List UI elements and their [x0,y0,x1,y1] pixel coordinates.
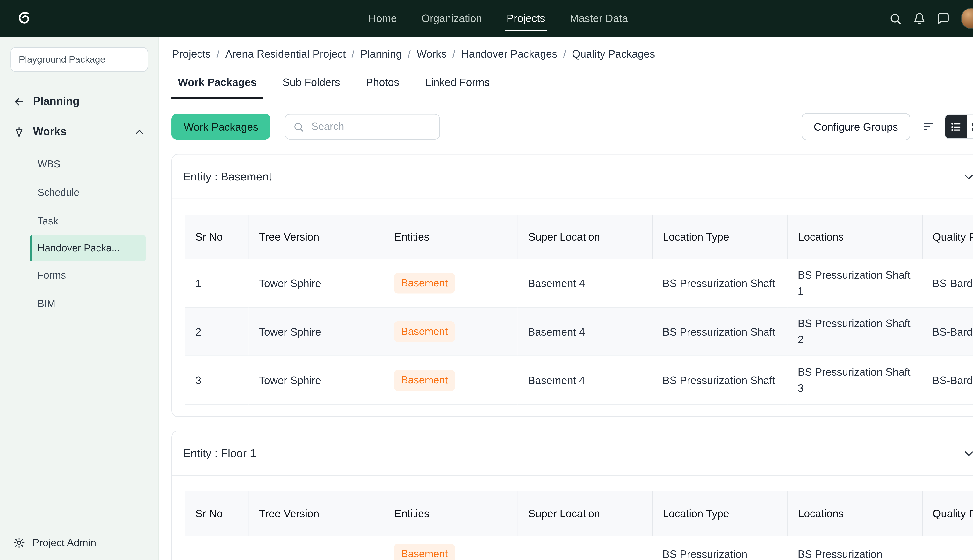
package-selector[interactable]: Playground Package [10,47,148,72]
sidebar-group-works[interactable]: Works [0,114,159,150]
filter-icon[interactable] [916,114,941,139]
app-shell: Playground Package Planning Works [0,37,973,560]
col-header-locations: Locations [787,492,922,536]
configure-groups-button[interactable]: Configure Groups [801,113,910,140]
group-header-basement[interactable]: Entity : Basement [172,155,973,199]
table-scroll-area[interactable]: Sr No Tree Version Entities Super Locati… [185,492,973,560]
breadcrumb-handover-packages[interactable]: Handover Packages [461,48,557,60]
notifications-bell-icon[interactable] [913,12,926,25]
breadcrumb-separator: / [563,48,566,60]
cell-entities: Basement [384,307,518,356]
search-box [285,114,440,140]
view-toggle [945,114,973,139]
col-header-sr-no: Sr No [185,492,249,536]
cell-tree-version: Tower Sphire [249,356,384,405]
work-packages-table: Sr No Tree Version Entities Super Locati… [185,215,973,405]
table-row: 1 Tower Sphire Basement Basement 4 BS Pr… [185,259,973,307]
cell-quality-package: BS-Barden [922,356,973,405]
back-to-planning[interactable]: Planning [0,82,159,114]
works-label: Works [33,125,67,138]
group-header-floor-1[interactable]: Entity : Floor 1 [172,432,973,476]
chevron-down-icon[interactable] [962,447,973,460]
entity-chip: Basement [394,322,455,342]
table-row: Basement BS Pressurization BS Pressuriza… [185,536,973,560]
sidebar-item-wbs[interactable]: WBS [0,150,159,178]
cell-super-location: Basement 4 [518,259,652,307]
nav-projects[interactable]: Projects [507,12,545,25]
breadcrumb-planning[interactable]: Planning [360,48,402,60]
tab-bar: Work Packages Sub Folders Photos Linked … [171,76,973,99]
cell-sr-no: 2 [185,307,249,356]
user-avatar[interactable] [961,8,973,29]
breadcrumb-separator: / [216,48,219,60]
tab-sub-folders[interactable]: Sub Folders [276,76,346,99]
col-header-entities: Entities [384,492,518,536]
col-header-quality-package: Quality Pac [922,215,973,259]
search-icon[interactable] [889,12,902,25]
group-card-floor-1: Entity : Floor 1 [171,431,973,560]
sidebar-item-schedule[interactable]: Schedule [0,178,159,207]
cell-locations: BS Pressurization Shaft 1 [787,259,922,307]
table-scroll-area[interactable]: Sr No Tree Version Entities Super Locati… [185,215,973,405]
cell-sr-no [185,536,249,560]
sidebar-item-bim[interactable]: BIM [0,290,159,318]
breadcrumb-separator: / [453,48,455,60]
tab-linked-forms[interactable]: Linked Forms [419,76,496,99]
sidebar: Playground Package Planning Works [0,37,159,560]
top-nav: Home Organization Projects Master Data [0,0,973,37]
breadcrumb-arena-residential-project[interactable]: Arena Residential Project [225,48,346,60]
grid-view-toggle[interactable] [966,115,973,138]
breadcrumb-works[interactable]: Works [416,48,446,60]
cell-tree-version [249,536,384,560]
breadcrumb-projects[interactable]: Projects [172,48,211,60]
project-admin-label: Project Admin [32,537,96,549]
sidebar-item-handover-packages[interactable]: Handover Packa... [30,235,145,261]
table-row: 2 Tower Sphire Basement Basement 4 BS Pr… [185,307,973,356]
cell-location-type: BS Pressurization Shaft [652,259,787,307]
col-header-location-type: Location Type [652,215,787,259]
entity-chip: Basement [394,370,455,391]
nav-home[interactable]: Home [368,12,397,25]
sidebar-item-forms[interactable]: Forms [0,261,159,290]
main-nav: Home Organization Projects Master Data [368,0,628,37]
cell-entities: Basement [384,259,518,307]
search-input[interactable] [310,120,431,133]
cell-super-location [518,536,652,560]
cell-location-type: BS Pressurization [652,536,787,560]
group-card-basement: Entity : Basement [171,154,973,417]
table-row: 3 Tower Sphire Basement Basement 4 BS Pr… [185,356,973,405]
cell-sr-no: 1 [185,259,249,307]
sidebar-item-task[interactable]: Task [0,207,159,235]
back-label: Planning [33,95,80,108]
cell-super-location: Basement 4 [518,356,652,405]
chat-icon[interactable] [937,12,950,25]
tab-photos[interactable]: Photos [359,76,406,99]
cell-quality-package: BS-Barden [922,259,973,307]
nav-organization[interactable]: Organization [421,12,482,25]
col-header-quality-package: Quality Pac [922,492,973,536]
cell-locations: BS Pressurization Shaft 3 [787,356,922,405]
cell-quality-package [922,536,973,560]
chevron-up-icon [133,126,145,138]
breadcrumb-separator: / [352,48,354,60]
tab-work-packages[interactable]: Work Packages [171,76,263,99]
col-header-super-location: Super Location [518,215,652,259]
gear-icon [13,537,25,549]
app-logo-icon[interactable] [14,8,35,29]
list-view-toggle[interactable] [945,115,966,138]
app-root: Home Organization Projects Master Data [0,0,973,560]
package-selector-value: Playground Package [19,54,105,65]
cell-entities: Basement [384,356,518,405]
nav-master-data[interactable]: Master Data [570,12,628,25]
col-header-tree-version: Tree Version [249,215,384,259]
cell-location-type: BS Pressurization Shaft [652,307,787,356]
breadcrumb-separator: / [408,48,411,60]
top-nav-actions [889,8,973,29]
chevron-down-icon[interactable] [962,170,973,183]
cell-locations: BS Pressurization [787,536,922,560]
group-body: Sr No Tree Version Entities Super Locati… [172,199,973,417]
cell-tree-version: Tower Sphire [249,259,384,307]
project-admin-link[interactable]: Project Admin [0,526,159,560]
work-packages-button[interactable]: Work Packages [171,114,271,140]
breadcrumb: Projects / Arena Residential Project / P… [171,48,973,60]
